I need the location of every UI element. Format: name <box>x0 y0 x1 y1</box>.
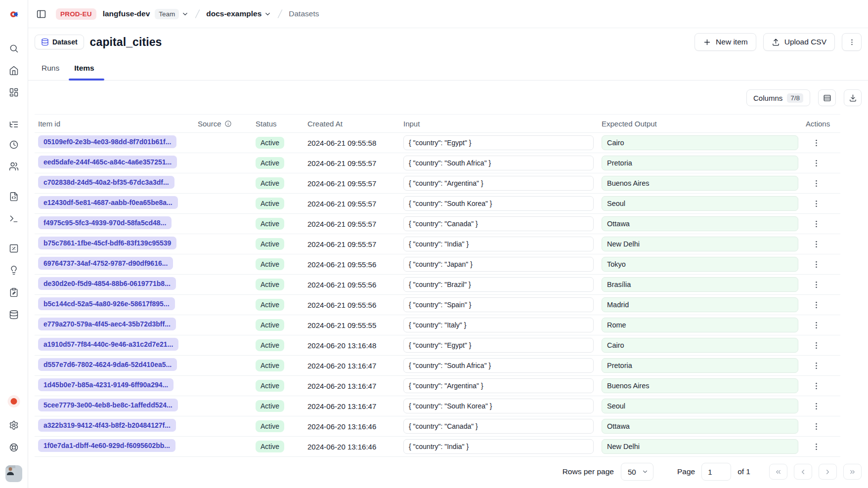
row-actions-button[interactable] <box>809 277 824 292</box>
sidebar-item-annotation[interactable] <box>6 285 22 300</box>
created-at: 2024-06-20 13:16:47 <box>307 382 403 390</box>
sidebar-item-evaluation[interactable] <box>6 241 22 256</box>
item-id-pill[interactable]: c702838d-24d5-40a2-bf35-67dc3a3df... <box>38 176 174 189</box>
columns-button[interactable]: Columns 7/8 <box>746 89 810 106</box>
input-cell-box: { "country": "India" } <box>403 439 594 454</box>
row-actions-button[interactable] <box>809 257 824 272</box>
breadcrumb-section[interactable]: Datasets <box>289 9 319 18</box>
rows-icon <box>823 94 831 102</box>
item-id-pill[interactable]: de30d2e0-f5d9-4854-88b6-0619771b8... <box>38 277 176 290</box>
new-item-button[interactable]: New item <box>694 33 756 51</box>
item-id-pill[interactable]: 1f0e7da1-dbff-4e60-929d-f6095602bb... <box>38 439 175 452</box>
sidebar-item-home[interactable] <box>6 63 22 79</box>
previous-page-button[interactable] <box>794 464 812 480</box>
item-id-pill[interactable]: 69764737-34af-4752-9787-d90df9616... <box>38 257 173 270</box>
input-cell-box: { "country": "South Korea" } <box>403 399 594 413</box>
langfuse-logo-icon[interactable] <box>8 8 20 20</box>
sidebar-item-datasets[interactable] <box>6 307 22 323</box>
row-actions-button[interactable] <box>809 318 824 332</box>
tab-runs[interactable]: Runs <box>39 64 62 80</box>
input-cell-box: { "country": "South Korea" } <box>403 196 594 211</box>
next-page-button[interactable] <box>819 464 837 480</box>
export-button[interactable] <box>844 89 862 106</box>
item-id-pill[interactable]: a1910d57-7f84-440c-9e46-a31c2d7e21... <box>38 338 178 351</box>
sidebar-item-playground[interactable] <box>6 211 22 227</box>
environment-badge: PROD-EU <box>56 8 96 20</box>
kebab-icon <box>812 442 821 451</box>
table-header-row: Item id Source Status Created At Input E… <box>35 114 840 133</box>
item-id-pill[interactable]: 05109ef0-2e3b-4e03-98dd-8f7d01b61f... <box>38 135 176 148</box>
expected-output-box: New Delhi <box>602 439 798 454</box>
input-cell-box: { "country": "Egypt" } <box>403 135 594 150</box>
upload-csv-button[interactable]: Upload CSV <box>763 33 835 51</box>
sidebar-item-settings[interactable] <box>6 417 22 433</box>
row-actions-button[interactable] <box>809 196 824 211</box>
row-actions-button[interactable] <box>809 338 824 353</box>
user-avatar[interactable] <box>5 465 22 482</box>
kebab-icon <box>812 381 821 391</box>
row-actions-button[interactable] <box>809 358 824 373</box>
row-actions-button[interactable] <box>809 297 824 312</box>
item-id-pill[interactable]: f4975c95-5fc3-4939-970d-58fa5cd48... <box>38 216 172 229</box>
first-page-button[interactable] <box>769 464 787 480</box>
row-actions-button[interactable] <box>809 216 824 231</box>
input-cell-box: { "country": "Canada" } <box>403 216 594 231</box>
created-at: 2024-06-21 09:55:56 <box>307 260 403 269</box>
kebab-icon <box>812 199 821 208</box>
row-actions-button[interactable] <box>809 399 824 413</box>
sidebar-item-prompts[interactable] <box>6 189 22 204</box>
sidebar-item-tracing[interactable] <box>6 117 22 132</box>
info-icon[interactable] <box>224 120 232 127</box>
breadcrumb-separator <box>194 8 201 19</box>
sidebar-item-dashboard[interactable] <box>6 84 22 100</box>
org-type-dropdown[interactable]: Team <box>150 9 189 19</box>
page-number-input[interactable] <box>701 463 731 481</box>
more-actions-button[interactable] <box>842 33 862 51</box>
item-id-pill[interactable]: d557e7d6-7802-4624-9da6-52d410ea5... <box>38 358 177 371</box>
kebab-icon <box>812 280 821 289</box>
page-title: capital_cities <box>90 36 162 49</box>
item-id-pill[interactable]: eed5dafe-244f-465c-a84c-4a6e357251... <box>38 156 177 168</box>
row-actions-button[interactable] <box>809 419 824 434</box>
expected-output-box: Buenos Aires <box>602 176 798 191</box>
item-id-pill[interactable]: b75c7861-1fbe-45cf-bdf6-83f139c95539 <box>38 237 176 249</box>
sidebar-item-users[interactable] <box>6 159 22 174</box>
project-dropdown[interactable]: docs-examples <box>206 9 271 18</box>
table-row: b75c7861-1fbe-45cf-bdf6-83f139c95539 Act… <box>35 234 840 254</box>
recording-indicator-icon[interactable] <box>11 398 17 405</box>
item-id-pill[interactable]: 5cee7779-3e00-4eb8-be8c-1affedd524... <box>38 399 178 411</box>
created-at: 2024-06-21 09:55:56 <box>307 281 403 289</box>
row-actions-button[interactable] <box>809 135 824 150</box>
sidebar-item-sessions[interactable] <box>6 137 22 153</box>
row-actions-button[interactable] <box>809 156 824 170</box>
item-id-pill[interactable]: 1d45b0e7-b85a-4231-9149-6ff90a294... <box>38 378 174 391</box>
row-actions-button[interactable] <box>809 378 824 393</box>
row-height-button[interactable] <box>818 89 836 106</box>
item-id-pill[interactable]: a322b319-9412-4f43-b8f2-b20484127f... <box>38 419 176 432</box>
last-page-button[interactable] <box>843 464 862 480</box>
input-cell-box: { "country": "South Africa" } <box>403 358 594 373</box>
sidebar-toggle-button[interactable] <box>33 5 49 22</box>
pagination: Rows per page 50 Page of 1 <box>28 457 868 487</box>
status-badge: Active <box>256 420 284 432</box>
row-actions-button[interactable] <box>809 237 824 251</box>
org-name[interactable]: langfuse-dev <box>103 9 150 18</box>
dataset-badge-label: Dataset <box>52 38 78 46</box>
item-id-pill[interactable]: e12430df-5e81-4687-aabb-f0ea65be8a... <box>38 196 178 209</box>
sidebar-item-insights[interactable] <box>6 262 22 278</box>
created-at: 2024-06-21 09:55:55 <box>307 321 403 329</box>
col-header-item-id: Item id <box>35 120 198 128</box>
item-id-pill[interactable]: e779a270-579a-4f45-aec4-35b72d3bff... <box>38 318 176 330</box>
col-header-expected-output: Expected Output <box>602 120 806 128</box>
chevron-down-icon <box>264 10 271 18</box>
row-actions-button[interactable] <box>809 176 824 191</box>
row-actions-button[interactable] <box>809 439 824 454</box>
expected-output-box: Seoul <box>602 196 798 211</box>
rows-per-page-select[interactable]: 50 <box>621 463 653 481</box>
sidebar-item-support[interactable] <box>6 440 22 455</box>
status-badge: Active <box>256 218 284 230</box>
item-id-pill[interactable]: b5c144cd-52a5-4a80-926e-58617f895... <box>38 297 175 310</box>
sidebar-item-search[interactable] <box>6 41 22 56</box>
tab-items[interactable]: Items <box>71 64 97 80</box>
kebab-icon <box>812 422 821 431</box>
